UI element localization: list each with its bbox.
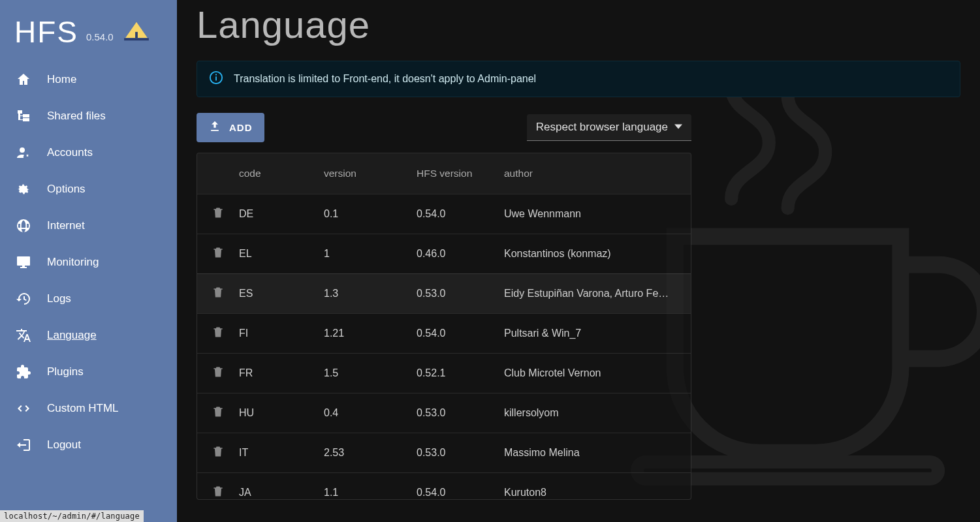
cell-code: JA — [239, 487, 324, 499]
table-row[interactable]: IT2.530.53.0Massimo Melina — [197, 433, 691, 472]
table-row[interactable]: ES1.30.53.0Eidy Estupiñan Varona, Arturo… — [197, 273, 691, 313]
delete-icon[interactable] — [212, 365, 225, 382]
table-row[interactable]: EL10.46.0Konstantinos (konmaz) — [197, 234, 691, 273]
sidebar-item-label: Monitoring — [47, 256, 99, 269]
cell-code: IT — [239, 447, 324, 459]
sidebar: HFS 0.54.0 HomeShared filesAccountsOptio… — [0, 0, 177, 522]
cell-version: 1.21 — [324, 328, 417, 339]
sidebar-item-monitoring[interactable]: Monitoring — [9, 244, 177, 281]
info-icon — [209, 70, 223, 87]
sidebar-item-shared-files[interactable]: Shared files — [9, 98, 177, 134]
brand-block: HFS 0.54.0 — [0, 5, 177, 61]
history-icon — [14, 291, 33, 307]
table-row[interactable]: JA1.10.54.0Kuruton8 — [197, 472, 691, 499]
sidebar-item-label: Plugins — [47, 365, 84, 378]
cell-hfs-version: 0.52.1 — [417, 367, 504, 379]
translate-icon — [14, 328, 33, 343]
cell-code: FI — [239, 328, 324, 339]
cell-version: 1.5 — [324, 367, 417, 379]
sidebar-item-label: Options — [47, 183, 86, 196]
puzzle-icon — [14, 364, 33, 380]
sidebar-item-options[interactable]: Options — [9, 171, 177, 207]
delete-icon[interactable] — [212, 245, 225, 262]
cell-version: 0.1 — [324, 208, 417, 220]
cell-author: Massimo Melina — [504, 447, 691, 459]
select-label: Respect browser language — [536, 121, 668, 134]
gear-icon — [14, 181, 33, 197]
delete-icon[interactable] — [212, 285, 225, 302]
cell-author: killersolyom — [504, 407, 691, 419]
cell-hfs-version: 0.53.0 — [417, 407, 504, 419]
cell-hfs-version: 0.54.0 — [417, 487, 504, 499]
cell-version: 1 — [324, 248, 417, 260]
sidebar-item-label: Custom HTML — [47, 402, 119, 415]
delete-icon[interactable] — [212, 405, 225, 422]
respect-browser-language-select[interactable]: Respect browser language — [527, 114, 691, 141]
delete-icon[interactable] — [212, 444, 225, 461]
monitor-icon — [14, 254, 33, 270]
cell-hfs-version: 0.53.0 — [417, 447, 504, 459]
sidebar-item-label: Logs — [47, 292, 71, 305]
cell-author: Eidy Estupiñan Varona, Arturo Fernández — [504, 288, 691, 299]
code-icon — [14, 401, 33, 416]
table-row[interactable]: FI1.210.54.0Pultsari & Win_7 — [197, 313, 691, 353]
cell-author: Pultsari & Win_7 — [504, 328, 691, 339]
brand-name: HFS — [14, 17, 78, 47]
cell-hfs-version: 0.54.0 — [417, 328, 504, 339]
sidebar-item-accounts[interactable]: Accounts — [9, 134, 177, 171]
cell-code: DE — [239, 208, 324, 220]
sidebar-item-plugins[interactable]: Plugins — [9, 354, 177, 390]
table-row[interactable]: FR1.50.52.1Club Microtel Vernon — [197, 353, 691, 393]
main-content: Language Translation is limited to Front… — [177, 0, 980, 522]
add-button-label: ADD — [229, 122, 253, 133]
sidebar-item-language[interactable]: Language — [9, 317, 177, 354]
cell-code: EL — [239, 248, 324, 260]
sidebar-item-internet[interactable]: Internet — [9, 207, 177, 244]
status-bar: localhost/~/admin/#/language — [0, 510, 144, 522]
sidebar-item-label: Language — [47, 329, 97, 342]
cell-author: Uwe Wennmann — [504, 208, 691, 220]
upload-icon — [208, 120, 221, 135]
sidebar-item-label: Logout — [47, 438, 81, 452]
table-row[interactable]: HU0.40.53.0killersolyom — [197, 393, 691, 433]
sidebar-item-label: Accounts — [47, 146, 93, 159]
sidebar-item-custom-html[interactable]: Custom HTML — [9, 390, 177, 427]
cell-version: 0.4 — [324, 407, 417, 419]
header-hfs-version: HFS version — [417, 168, 504, 179]
tree-icon — [14, 108, 33, 124]
cell-code: ES — [239, 288, 324, 299]
home-icon — [14, 72, 33, 87]
globe-icon — [14, 218, 33, 234]
add-button[interactable]: ADD — [197, 113, 264, 142]
sidebar-item-label: Home — [47, 73, 76, 86]
delete-icon[interactable] — [212, 206, 225, 223]
cell-hfs-version: 0.54.0 — [417, 208, 504, 220]
account-cog-icon — [14, 145, 33, 161]
sidebar-item-home[interactable]: Home — [9, 61, 177, 98]
delete-icon[interactable] — [212, 484, 225, 499]
cell-author: Konstantinos (konmaz) — [504, 248, 691, 260]
brand-logo-icon — [124, 20, 149, 44]
delete-icon[interactable] — [212, 325, 225, 342]
cell-hfs-version: 0.53.0 — [417, 288, 504, 299]
sidebar-item-logout[interactable]: Logout — [9, 427, 177, 463]
cell-version: 2.53 — [324, 447, 417, 459]
info-alert-text: Translation is limited to Front-end, it … — [234, 73, 536, 85]
header-code: code — [239, 168, 324, 179]
cell-author: Kuruton8 — [504, 487, 691, 499]
page-title: Language — [197, 0, 960, 61]
sidebar-item-label: Internet — [47, 219, 85, 232]
table-header: code version HFS version author — [197, 153, 691, 194]
chevron-down-icon — [674, 121, 682, 134]
svg-rect-1 — [135, 32, 138, 38]
table-row[interactable]: DE0.10.54.0Uwe Wennmann — [197, 194, 691, 234]
cell-author: Club Microtel Vernon — [504, 367, 691, 379]
header-author: author — [504, 168, 691, 179]
languages-table: code version HFS version author DE0.10.5… — [197, 153, 691, 500]
brand-version: 0.54.0 — [86, 31, 114, 42]
svg-rect-0 — [124, 38, 149, 40]
header-version: version — [324, 168, 417, 179]
sidebar-item-logs[interactable]: Logs — [9, 281, 177, 317]
cell-version: 1.1 — [324, 487, 417, 499]
cell-code: FR — [239, 367, 324, 379]
